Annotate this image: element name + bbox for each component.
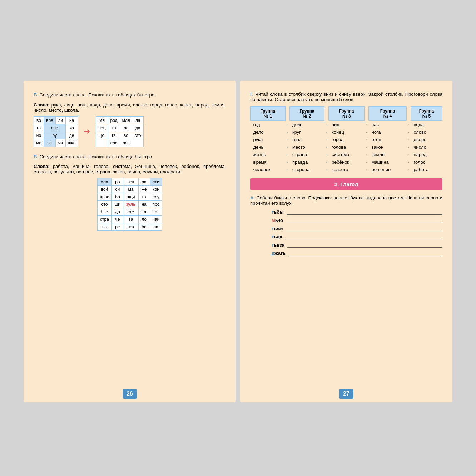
group-cell: страна xyxy=(289,151,324,158)
dot-cell: · xyxy=(324,166,329,173)
dot-cell: · xyxy=(285,136,289,143)
group-header-4: Группа№ 4 xyxy=(368,107,406,121)
group-cell: человек xyxy=(251,166,286,173)
group-cell: нога xyxy=(368,128,406,136)
dot-cell: · xyxy=(324,136,329,143)
cell: зуль xyxy=(123,201,138,208)
cell xyxy=(96,139,108,147)
dot-cell: · xyxy=(364,128,368,136)
dot-cell: · xyxy=(364,166,368,173)
answer-line-4 xyxy=(285,234,442,239)
word-table-b2: сла ро век ра сти вой си ма же кон прос … xyxy=(97,178,163,231)
cell: го xyxy=(138,193,150,201)
word-rest-2: ьчо xyxy=(275,218,283,223)
cell: сти xyxy=(150,178,162,186)
cell: во xyxy=(120,132,132,139)
group-cell: число xyxy=(411,143,442,151)
section-b1-label: Б. xyxy=(34,92,38,98)
group-cell: день xyxy=(251,143,286,151)
dot-cell: · xyxy=(285,166,289,173)
cell: же xyxy=(138,186,150,193)
cell: ка xyxy=(108,124,120,132)
cell: нщи xyxy=(123,193,138,201)
section-b1-words: Слова: рука, лицо, нога, вода, дело, вре… xyxy=(34,102,226,113)
cell: чи xyxy=(55,139,65,147)
dot-cell: · xyxy=(407,121,411,129)
cell: сла xyxy=(97,178,112,186)
cell: про xyxy=(150,201,162,208)
group-cell: голос xyxy=(411,158,442,166)
section-a-label: А. xyxy=(250,195,255,200)
cell: зе xyxy=(44,139,56,147)
cell: сло xyxy=(108,139,120,147)
cell: ши xyxy=(112,201,123,208)
group-cell: система xyxy=(329,151,364,158)
word-line-5: тьвзя xyxy=(272,242,442,248)
section-b1-title: Б. Соедини части слова. Покажи их в табл… xyxy=(34,91,226,99)
cell: сто xyxy=(97,201,112,208)
book-spread: Б. Соедини части слова. Покажи их в табл… xyxy=(24,81,452,402)
cell: прос xyxy=(97,193,112,201)
word-rest-5: ьвзя xyxy=(274,242,284,248)
section-b1-tables: во вре ли на го сло ко но ру де ме з xyxy=(34,116,226,147)
cell: стра xyxy=(97,216,112,223)
dot-header xyxy=(324,107,329,121)
group-cell: работа xyxy=(411,166,442,173)
cell: де xyxy=(65,132,78,139)
group-cell: ребёнок xyxy=(329,158,364,166)
group-cell: сторона xyxy=(289,166,324,173)
group-cell: дом xyxy=(289,121,324,129)
cell: ла xyxy=(132,116,143,124)
section-g-label: Г. xyxy=(250,91,253,97)
cell: та xyxy=(138,208,150,216)
answer-line-6 xyxy=(288,251,442,256)
cell: си xyxy=(112,186,123,193)
cell: ре xyxy=(112,223,123,231)
cell: на xyxy=(65,116,78,124)
word-line-1: тьбы xyxy=(272,209,442,215)
cell: мля xyxy=(120,116,132,124)
group-cell: машина xyxy=(368,158,406,166)
group-header-1: Группа№ 1 xyxy=(251,107,286,121)
cell: сте xyxy=(123,208,138,216)
dot-cell: · xyxy=(324,151,329,158)
section-b2-words: Слова: работа, машина, голова, система, … xyxy=(34,164,226,174)
section-g-instruction: Читай слова в столбик сверху вниз и сниз… xyxy=(250,91,442,102)
cell: лос xyxy=(120,139,132,147)
page-right: Г. Читай слова в столбик сверху вниз и с… xyxy=(240,81,452,402)
group-table: Группа№ 1 Группа№ 2 Группа№ 3 Группа№ 4 … xyxy=(250,106,442,173)
cell: ма xyxy=(123,186,138,193)
group-cell: закон xyxy=(368,143,406,151)
group-header-2: Группа№ 2 xyxy=(289,107,324,121)
group-cell: голова xyxy=(329,143,364,151)
section-b2-instruction: Соедини части слова. Покажи их в таблице… xyxy=(40,154,153,159)
cell: за xyxy=(150,223,162,231)
cell: цо xyxy=(96,132,108,139)
dot-cell: · xyxy=(364,136,368,143)
section-a-title: А. Собери буквы в слово. Подсказка: перв… xyxy=(250,195,442,206)
page-num-left: 26 xyxy=(123,389,137,399)
cell xyxy=(132,139,143,147)
group-cell: год xyxy=(251,121,286,129)
word-table-b1-right: мя род мля ла нец ка ло да цо га во сто xyxy=(96,116,143,147)
cell: век xyxy=(123,178,138,186)
word-line-6: джать xyxy=(272,251,442,256)
dot-cell: · xyxy=(324,121,329,129)
dot-cell: · xyxy=(324,143,329,151)
cell: шко xyxy=(65,139,78,147)
word-line-2: мьчо xyxy=(272,218,442,223)
section-2-header: 2. Глагол xyxy=(250,178,442,190)
dot-cell: · xyxy=(324,158,329,166)
group-cell: правда xyxy=(289,158,324,166)
cell: во xyxy=(34,116,44,124)
cell: бё xyxy=(138,223,150,231)
page-left: Б. Соедини части слова. Покажи их в табл… xyxy=(24,81,236,402)
word-rest-1: ьбы xyxy=(274,209,283,215)
dot-header xyxy=(285,107,289,121)
dot-header xyxy=(364,107,368,121)
cell: на xyxy=(138,201,150,208)
dot-cell: · xyxy=(364,121,368,129)
dot-cell: · xyxy=(285,143,289,151)
group-cell: отец xyxy=(368,136,406,143)
group-cell: вода xyxy=(411,121,442,129)
